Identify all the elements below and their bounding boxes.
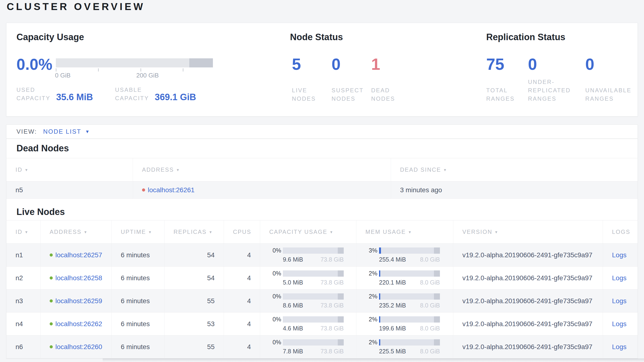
- capacity-usage-cell: 0% 5.0 MiB 73.8 GiB: [260, 267, 356, 289]
- view-selector-bar: VIEW: NODE LIST ▼: [6, 125, 638, 139]
- mem-total-value: 8.0 GiB: [420, 279, 440, 286]
- column-header-label: LOGS: [612, 229, 630, 235]
- cpus-cell: 4: [224, 290, 260, 312]
- node-address-cell: localhost:26261: [133, 182, 391, 199]
- node-address-link[interactable]: localhost:26261: [148, 186, 194, 194]
- unavailable-ranges-label: UNAVAILABLE RANGES: [585, 86, 632, 103]
- capacity-percent: 0%: [269, 270, 281, 277]
- column-header-address[interactable]: ADDRESS ▼: [40, 221, 112, 243]
- logs-link[interactable]: Logs: [612, 274, 626, 282]
- column-header-label: CPUS: [233, 229, 251, 235]
- dead-nodes-table-header: ID ▼ ADDRESS ▼ DEAD SINCE ▼: [6, 158, 638, 182]
- axis-tick: [140, 68, 141, 72]
- dead-status-dot-icon: [142, 189, 145, 192]
- mem-usage-cell: 2% 225.5 MiB 8.0 GiB: [356, 335, 453, 358]
- logs-cell: Logs: [603, 312, 638, 335]
- axis-tick-label: 200 GiB: [136, 72, 159, 79]
- live-status-dot-icon: [50, 322, 53, 325]
- column-header-version[interactable]: VERSION ▼: [453, 221, 603, 243]
- capacity-used-value: 5.0 MiB: [283, 279, 303, 286]
- total-ranges-label: TOTAL RANGES: [486, 86, 515, 103]
- uptime-cell: 6 minutes: [112, 244, 164, 266]
- view-mode-dropdown[interactable]: NODE LIST ▼: [43, 128, 90, 135]
- page-title: CLUSTER OVERVIEW: [7, 1, 145, 13]
- replicas-cell: 55: [164, 335, 224, 358]
- column-header-id[interactable]: ID ▼: [6, 221, 40, 243]
- view-mode-selected: NODE LIST: [43, 128, 82, 135]
- under-replicated-ranges-count: 0: [528, 56, 537, 72]
- capacity-percent: 0%: [269, 247, 281, 254]
- column-header-capacity-usage[interactable]: CAPACITY USAGE ▼: [260, 221, 356, 243]
- node-address-link[interactable]: localhost:26259: [56, 297, 102, 305]
- capacity-total-value: 73.8 GiB: [320, 325, 344, 332]
- mem-usage-bar: [379, 248, 440, 254]
- unavailable-ranges-count: 0: [585, 56, 594, 72]
- mem-used-value: 235.2 MiB: [379, 302, 406, 309]
- mem-total-value: 8.0 GiB: [420, 325, 440, 332]
- capacity-usage-cell: 0% 7.8 MiB 73.8 GiB: [260, 335, 356, 358]
- live-status-dot-icon: [50, 253, 53, 257]
- mem-percent: 2%: [366, 293, 378, 300]
- column-header-dead-since[interactable]: DEAD SINCE ▼: [391, 158, 638, 181]
- capacity-usage-cell: 0% 4.6 MiB 73.8 GiB: [260, 312, 356, 335]
- capacity-usage-cell: 0% 8.6 MiB 73.8 GiB: [260, 290, 356, 312]
- column-header-id[interactable]: ID ▼: [6, 158, 133, 181]
- mem-usage-cell: 3% 255.4 MiB 8.0 GiB: [356, 244, 453, 266]
- version-cell: v19.2.0-alpha.20190606-2491-gfe735c9a97: [453, 290, 603, 312]
- column-header-label: CAPACITY USAGE: [269, 229, 328, 235]
- node-address-link[interactable]: localhost:26257: [56, 251, 102, 259]
- mem-usage-cell: 2% 235.2 MiB 8.0 GiB: [356, 290, 453, 312]
- live-status-dot-icon: [50, 299, 53, 302]
- column-header-label: ID: [16, 229, 22, 235]
- uptime-cell: 6 minutes: [112, 335, 164, 358]
- node-address-cell: localhost:26262: [40, 312, 112, 335]
- mem-used-value: 199.6 MiB: [379, 325, 406, 332]
- node-id-cell: n2: [6, 267, 40, 289]
- column-header-logs[interactable]: LOGS: [603, 221, 638, 243]
- mem-percent: 2%: [366, 316, 378, 323]
- column-header-replicas[interactable]: REPLICAS ▼: [164, 221, 224, 243]
- column-header-label: ADDRESS: [50, 229, 82, 235]
- version-cell: v19.2.0-alpha.20190606-2491-gfe735c9a97: [453, 335, 603, 358]
- node-address-link[interactable]: localhost:26258: [56, 274, 102, 282]
- axis-tick: [98, 68, 98, 72]
- usable-capacity-value: 369.1 GiB: [155, 93, 196, 102]
- column-header-cpus[interactable]: CPUS: [224, 221, 260, 243]
- used-capacity-label: USED CAPACITY: [16, 86, 50, 102]
- logs-cell: Logs: [603, 267, 638, 289]
- logs-link[interactable]: Logs: [612, 320, 626, 328]
- live-nodes-label: LIVE NODES: [292, 86, 316, 103]
- table-row: n6 localhost:26260 6 minutes 55 4 0% 7.8…: [6, 335, 638, 358]
- node-address-cell: localhost:26259: [40, 290, 112, 312]
- version-cell: v19.2.0-alpha.20190606-2491-gfe735c9a97: [453, 312, 603, 335]
- nodes-tables-card: Dead Nodes ID ▼ ADDRESS ▼ DEAD SINCE ▼ n…: [6, 139, 638, 359]
- mem-usage-cell: 2% 199.6 MiB 8.0 GiB: [356, 312, 453, 335]
- column-header-uptime[interactable]: UPTIME ▼: [112, 221, 164, 243]
- suspect-nodes-count: 0: [332, 56, 340, 72]
- logs-link[interactable]: Logs: [612, 251, 626, 259]
- logs-cell: Logs: [603, 335, 638, 358]
- table-row: n3 localhost:26259 6 minutes 55 4 0% 8.6…: [6, 290, 638, 312]
- mem-total-value: 8.0 GiB: [420, 256, 440, 263]
- column-header-address[interactable]: ADDRESS ▼: [133, 158, 391, 181]
- column-header-mem-usage[interactable]: MEM USAGE ▼: [356, 221, 453, 243]
- capacity-percent: 0%: [269, 316, 281, 323]
- capacity-usage-bar: [283, 270, 344, 277]
- cpus-cell: 4: [224, 335, 260, 358]
- view-label: VIEW:: [16, 128, 37, 135]
- cpus-cell: 4: [224, 244, 260, 266]
- mem-usage-bar: [379, 339, 440, 345]
- node-address-link[interactable]: localhost:26260: [56, 343, 102, 351]
- logs-cell: Logs: [603, 244, 638, 266]
- logs-link[interactable]: Logs: [612, 343, 626, 351]
- live-nodes-heading: Live Nodes: [16, 207, 65, 216]
- mem-total-value: 8.0 GiB: [420, 302, 440, 309]
- sort-desc-icon: ▼: [494, 230, 498, 234]
- replicas-cell: 54: [164, 244, 224, 266]
- usable-capacity-label: USABLE CAPACITY: [115, 86, 149, 102]
- replication-status-heading: Replication Status: [486, 33, 566, 42]
- logs-link[interactable]: Logs: [612, 297, 626, 305]
- uptime-cell: 6 minutes: [112, 267, 164, 289]
- mem-usage-cell: 2% 220.1 MiB 8.0 GiB: [356, 267, 453, 289]
- node-address-link[interactable]: localhost:26262: [56, 320, 102, 328]
